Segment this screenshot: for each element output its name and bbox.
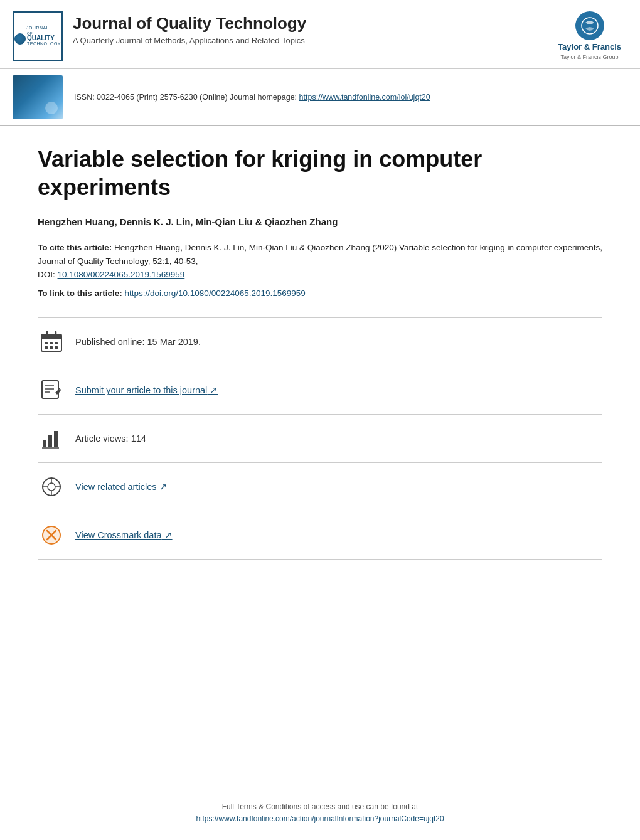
logo-icon-row: OF QUALITY TECHNOLOGY <box>14 31 61 46</box>
barchart-icon <box>38 425 65 452</box>
submit-external-icon: ↗ <box>210 385 218 395</box>
cite-text: Hengzhen Huang, Dennis K. J. Lin, Min-Qi… <box>38 243 602 266</box>
submit-text: Submit your article to this journal <box>75 385 207 395</box>
svg-rect-10 <box>55 346 58 349</box>
logo-technology: TECHNOLOGY <box>27 41 61 46</box>
actions-section: Published online: 15 Mar 2019. Submit yo… <box>38 317 602 560</box>
svg-rect-17 <box>48 435 52 447</box>
crossmark-external-icon: ↗ <box>164 530 173 540</box>
article-title: Variable selection for kriging in comput… <box>38 145 602 201</box>
related-icon <box>38 473 65 501</box>
logo-text-block: OF QUALITY TECHNOLOGY <box>27 31 61 46</box>
submit-link[interactable]: Submit your article to this journal ↗ <box>75 385 218 395</box>
svg-rect-11 <box>42 381 58 398</box>
related-link[interactable]: View related articles ↗ <box>75 482 168 492</box>
svg-rect-16 <box>43 440 46 447</box>
main-content: Variable selection for kriging in comput… <box>0 126 640 578</box>
submit-icon <box>38 376 65 404</box>
page-header: JOURNAL OF QUALITY TECHNOLOGY Journal of… <box>0 0 640 69</box>
link-label: To link to this article: <box>38 289 122 298</box>
svg-point-0 <box>582 18 598 34</box>
action-row-published: Published online: 15 Mar 2019. <box>38 317 602 366</box>
footer-link[interactable]: https://www.tandfonline.com/action/journ… <box>196 814 444 823</box>
related-text: View related articles <box>75 482 157 492</box>
svg-rect-5 <box>45 342 48 344</box>
article-link[interactable]: https://doi.org/10.1080/00224065.2019.15… <box>125 289 306 298</box>
crossmark-icon <box>38 521 65 549</box>
issn-info: ISSN: 0022-4065 (Print) 2575-6230 (Onlin… <box>74 93 430 102</box>
crossmark-text: View Crossmark data <box>75 530 162 540</box>
published-text: Published online: 15 Mar 2019. <box>75 337 201 347</box>
crossmark-link[interactable]: View Crossmark data ↗ <box>75 530 173 540</box>
tf-logo: Taylor & Francis Taylor & Francis Group <box>558 11 621 60</box>
action-row-related[interactable]: View related articles ↗ <box>38 462 602 511</box>
journal-title-block: Journal of Quality Technology A Quarterl… <box>73 14 306 45</box>
svg-rect-9 <box>50 346 53 349</box>
header-left: JOURNAL OF QUALITY TECHNOLOGY Journal of… <box>13 11 306 61</box>
action-row-views: Article views: 114 <box>38 414 602 462</box>
svg-rect-2 <box>41 334 61 339</box>
logo-quality: QUALITY <box>27 35 61 41</box>
issn-label: ISSN: 0022-4065 (Print) 2575-6230 (Onlin… <box>74 93 297 102</box>
page-footer: Full Terms & Conditions of access and us… <box>0 801 640 825</box>
journal-logo: JOURNAL OF QUALITY TECHNOLOGY <box>13 11 63 61</box>
cite-section: To cite this article: Hengzhen Huang, De… <box>38 241 602 282</box>
journal-cover-thumbnail <box>13 75 63 119</box>
footer-line1: Full Terms & Conditions of access and us… <box>0 801 640 813</box>
action-row-submit[interactable]: Submit your article to this journal ↗ <box>38 366 602 414</box>
svg-point-21 <box>48 483 55 491</box>
journal-title: Journal of Quality Technology <box>73 14 306 33</box>
tf-circle-icon <box>575 11 604 40</box>
journal-homepage-link[interactable]: https://www.tandfonline.com/loi/ujqt20 <box>299 93 430 102</box>
related-external-icon: ↗ <box>159 482 168 492</box>
tf-group-text: Taylor & Francis Group <box>561 54 619 60</box>
article-authors: Hengzhen Huang, Dennis K. J. Lin, Min-Qi… <box>38 216 602 227</box>
svg-rect-6 <box>50 342 53 344</box>
cite-label: To cite this article: <box>38 243 112 252</box>
doi-label: DOI: <box>38 270 55 279</box>
tf-brand-name: Taylor & Francis <box>558 42 621 52</box>
logo-top-text: JOURNAL <box>26 26 49 30</box>
logo-circle-icon <box>14 33 26 45</box>
link-section: To link to this article: https://doi.org… <box>38 287 602 300</box>
calendar-icon <box>38 328 65 356</box>
svg-rect-7 <box>55 342 58 344</box>
svg-rect-18 <box>54 431 58 447</box>
doi-link[interactable]: 10.1080/00224065.2019.1569959 <box>58 270 185 279</box>
views-text: Article views: 114 <box>75 433 146 444</box>
action-row-crossmark[interactable]: View Crossmark data ↗ <box>38 511 602 560</box>
subheader: ISSN: 0022-4065 (Print) 2575-6230 (Onlin… <box>0 69 640 126</box>
svg-rect-8 <box>45 346 48 349</box>
journal-subtitle: A Quarterly Journal of Methods, Applicat… <box>73 36 306 45</box>
